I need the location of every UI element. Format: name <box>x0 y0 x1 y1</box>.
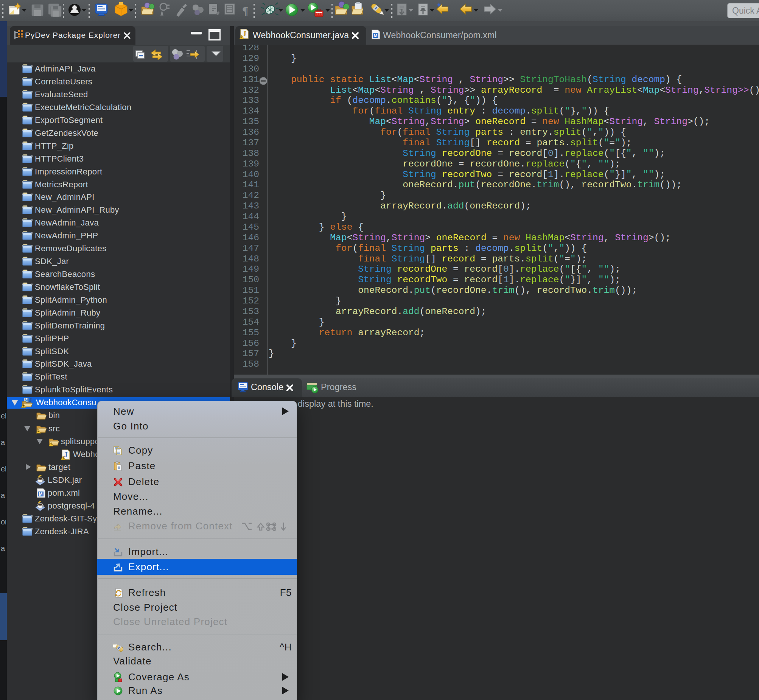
svg-text:J: J <box>64 451 68 459</box>
svg-text:M: M <box>374 33 378 38</box>
svg-text:J: J <box>29 398 32 403</box>
svg-text:J: J <box>242 30 246 38</box>
svg-text:¶: ¶ <box>242 4 248 17</box>
svg-text:M: M <box>39 492 43 497</box>
